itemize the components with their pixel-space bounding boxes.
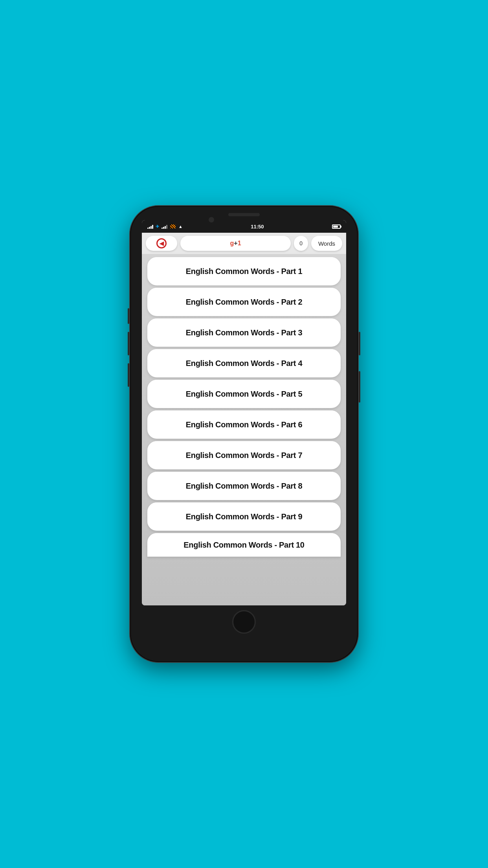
list-item-text: English Common Words - Part 9: [186, 512, 303, 521]
list-item[interactable]: English Common Words - Part 8: [147, 472, 341, 500]
back-button[interactable]: ◀: [146, 236, 177, 251]
list-item[interactable]: English Common Words - Part 10: [147, 533, 341, 557]
words-button[interactable]: Words: [311, 236, 342, 251]
words-list: English Common Words - Part 1English Com…: [142, 254, 346, 605]
count-box: 0: [294, 236, 308, 251]
wifi-icon: ▲: [178, 224, 183, 229]
list-item-text: English Common Words - Part 3: [186, 328, 303, 337]
list-item-text: English Common Words - Part 10: [183, 541, 304, 550]
signal-icon-2: [161, 224, 167, 229]
time-display: 11:50: [251, 224, 264, 230]
list-item[interactable]: English Common Words - Part 5: [147, 380, 341, 408]
status-left: ✈ ▲: [147, 224, 183, 229]
gplus-label: g+1: [230, 240, 241, 247]
power-button: [359, 332, 360, 355]
status-right: [332, 224, 341, 229]
back-arrow-icon: ◀: [156, 238, 167, 248]
list-item[interactable]: English Common Words - Part 3: [147, 318, 341, 347]
list-item[interactable]: English Common Words - Part 4: [147, 349, 341, 377]
list-item[interactable]: English Common Words - Part 9: [147, 502, 341, 531]
battery-icon: [332, 224, 341, 229]
toolbar: ◀ g+1 0 Words: [142, 233, 346, 254]
phone-screen: ✈ ▲ 11:50: [142, 220, 346, 605]
list-item[interactable]: English Common Words - Part 7: [147, 441, 341, 469]
list-item-text: English Common Words - Part 2: [186, 298, 303, 307]
list-item-text: English Common Words - Part 7: [186, 451, 303, 460]
list-item[interactable]: English Common Words - Part 2: [147, 288, 341, 316]
speaker: [228, 213, 260, 216]
volume-right-button: [359, 371, 360, 403]
list-item-text: English Common Words - Part 8: [186, 482, 303, 491]
phone-device: ✈ ▲ 11:50: [130, 206, 358, 662]
list-item-text: English Common Words - Part 5: [186, 390, 303, 399]
signal-icon: [147, 224, 153, 229]
list-item-text: English Common Words - Part 4: [186, 359, 303, 368]
list-item[interactable]: English Common Words - Part 6: [147, 410, 341, 439]
camera: [209, 217, 214, 223]
list-item[interactable]: English Common Words - Part 1: [147, 257, 341, 285]
carrier-icon: ✈: [156, 224, 159, 229]
status-bar: ✈ ▲ 11:50: [142, 220, 346, 233]
list-item-text: English Common Words - Part 1: [186, 267, 303, 276]
google-plus-button[interactable]: g+1: [180, 236, 291, 251]
mute-button: [128, 308, 129, 324]
list-item-text: English Common Words - Part 6: [186, 420, 303, 429]
data-icon: [170, 224, 176, 228]
home-button[interactable]: [232, 610, 256, 634]
volume-down-button: [128, 363, 129, 387]
volume-up-button: [128, 332, 129, 355]
